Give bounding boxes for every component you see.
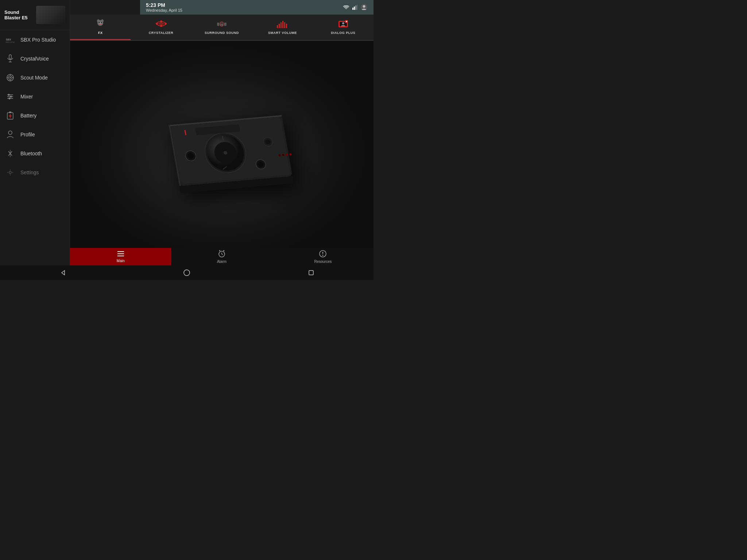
- svg-point-21: [10, 96, 12, 98]
- sidebar-item-crystalvoice[interactable]: CrystalVoice: [0, 49, 70, 68]
- crystalizer-tab-icon: [155, 19, 168, 30]
- svg-rect-50: [221, 22, 223, 24]
- dialog-plus-tab-label: DIALOG PLUS: [331, 31, 355, 35]
- sbx-pro-studio-label: SBX Pro Studio: [20, 37, 56, 43]
- svg-point-62: [342, 22, 344, 24]
- svg-point-36: [363, 5, 365, 8]
- svg-line-94: [222, 254, 223, 255]
- svg-point-45: [156, 23, 158, 25]
- sliders-icon: [6, 92, 15, 101]
- android-recents-button[interactable]: [304, 265, 318, 280]
- tab-surround-sound[interactable]: SURROUND SOUND: [191, 15, 252, 40]
- bluetooth-label: Bluetooth: [20, 151, 42, 156]
- svg-point-47: [160, 20, 162, 23]
- svg-point-86: [289, 153, 292, 155]
- main-nav-icon: [117, 250, 125, 258]
- svg-point-12: [9, 77, 11, 78]
- scout-mode-label: Scout Mode: [20, 75, 48, 81]
- svg-rect-52: [217, 23, 220, 26]
- profile-label: Profile: [20, 132, 35, 137]
- android-nav: [0, 265, 374, 280]
- svg-point-48: [160, 25, 162, 27]
- person-icon: [6, 130, 15, 139]
- svg-text:SBX: SBX: [6, 38, 11, 41]
- wifi-icon: [343, 5, 349, 10]
- resources-nav-icon: [319, 250, 327, 259]
- tabs-bar: FX CRYSTALIZER: [70, 15, 374, 41]
- device-3d-render: [144, 100, 299, 206]
- surround-sound-tab-label: SURROUND SOUND: [205, 31, 239, 35]
- svg-rect-57: [282, 21, 283, 28]
- svg-rect-54: [277, 25, 278, 28]
- tab-dialog-plus[interactable]: DIALOG PLUS: [313, 15, 374, 40]
- device-header: Sound Blaster E5: [0, 0, 70, 30]
- battery-label: Battery: [20, 113, 36, 118]
- svg-point-46: [165, 23, 167, 25]
- sidebar-item-mixer[interactable]: Mixer: [0, 87, 70, 106]
- tab-smart-volume[interactable]: SMART VOLUME: [252, 15, 313, 40]
- sidebar-item-settings[interactable]: Settings: [0, 163, 70, 182]
- target-icon: [6, 73, 15, 82]
- main-nav-label: Main: [117, 259, 125, 263]
- android-back-button[interactable]: [55, 265, 70, 280]
- svg-text:PRO STUDIO: PRO STUDIO: [6, 41, 15, 43]
- settings-label: Settings: [20, 170, 39, 175]
- svg-point-51: [221, 24, 222, 26]
- smart-volume-tab-label: SMART VOLUME: [268, 31, 297, 35]
- account-icon: [360, 4, 368, 11]
- svg-point-44: [158, 22, 164, 25]
- bluetooth-icon: [6, 149, 15, 158]
- svg-point-29: [9, 171, 11, 174]
- android-home-button[interactable]: [179, 265, 194, 280]
- svg-point-3: [55, 14, 58, 17]
- svg-point-42: [101, 22, 102, 23]
- svg-rect-33: [355, 5, 356, 10]
- device-thumbnail: [36, 6, 65, 24]
- svg-rect-1: [39, 11, 62, 21]
- surround-sound-tab-icon: [215, 19, 228, 30]
- crystalizer-tab-label: CRYSTALIZER: [149, 31, 174, 35]
- status-date: Wednesday, April 15: [146, 8, 343, 12]
- tab-fx[interactable]: FX: [70, 15, 131, 40]
- bottom-nav-main[interactable]: Main: [70, 248, 171, 265]
- svg-point-41: [99, 22, 100, 23]
- svg-rect-7: [9, 55, 11, 59]
- svg-rect-24: [9, 112, 11, 113]
- alarm-nav-icon: [218, 250, 226, 259]
- battery-icon: [6, 111, 15, 120]
- svg-rect-59: [286, 24, 287, 28]
- sidebar-item-scout-mode[interactable]: Scout Mode: [0, 68, 70, 87]
- svg-rect-55: [279, 24, 280, 28]
- svg-point-97: [322, 255, 324, 256]
- sidebar: Sound Blaster E5 SBX PRO STUDIO SBX Pro …: [0, 0, 70, 280]
- svg-rect-31: [352, 8, 353, 10]
- bottom-nav: Main Alarm Resou: [70, 248, 374, 265]
- bottom-nav-resources[interactable]: Resources: [272, 248, 374, 265]
- svg-rect-0: [38, 9, 63, 22]
- svg-rect-56: [280, 22, 282, 28]
- svg-rect-34: [357, 5, 357, 10]
- tab-crystalizer[interactable]: CRYSTALIZER: [131, 15, 191, 40]
- alarm-nav-label: Alarm: [217, 260, 227, 264]
- settings-icon: [6, 168, 15, 177]
- status-time: 5:23 PM: [146, 2, 343, 8]
- smart-volume-tab-icon: [276, 19, 289, 30]
- status-time-block: 5:23 PM Wednesday, April 15: [146, 2, 343, 13]
- sidebar-item-battery[interactable]: Battery: [0, 106, 70, 125]
- device-title: Sound Blaster E5: [4, 9, 33, 20]
- sidebar-item-bluetooth[interactable]: Bluetooth: [0, 144, 70, 163]
- sidebar-item-profile[interactable]: Profile: [0, 125, 70, 144]
- svg-point-2: [42, 12, 49, 19]
- dialog-plus-tab-icon: [337, 19, 350, 30]
- fx-tab-label: FX: [98, 31, 103, 35]
- svg-point-99: [184, 270, 190, 276]
- svg-rect-100: [309, 271, 313, 275]
- svg-point-22: [9, 98, 11, 100]
- status-icons: [343, 4, 368, 11]
- svg-rect-32: [354, 7, 355, 10]
- bottom-nav-alarm[interactable]: Alarm: [171, 248, 272, 265]
- sbx-icon: SBX PRO STUDIO: [6, 35, 15, 44]
- status-bar: 5:23 PM Wednesday, April 15: [140, 0, 374, 15]
- sidebar-item-sbx-pro-studio[interactable]: SBX PRO STUDIO SBX Pro Studio: [0, 30, 70, 49]
- svg-point-20: [8, 94, 10, 96]
